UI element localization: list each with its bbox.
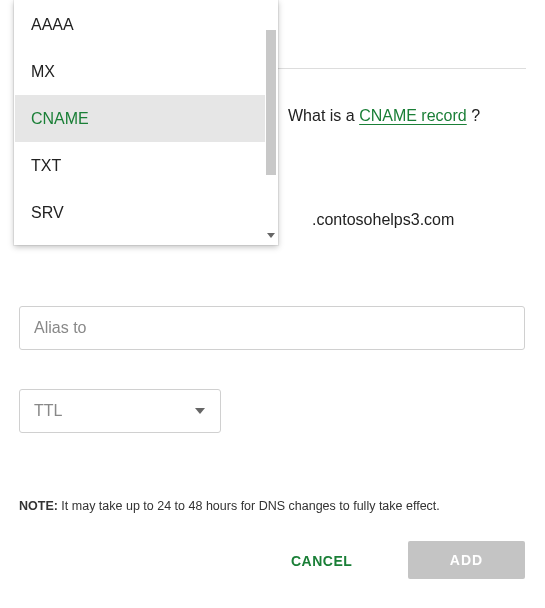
ttl-select[interactable]: TTL	[19, 389, 221, 433]
cancel-button[interactable]: CANCEL	[291, 553, 352, 569]
help-prefix: What is a	[288, 107, 359, 124]
help-text: What is a CNAME record ?	[288, 107, 480, 125]
domain-suffix: .contosohelps3.com	[312, 211, 454, 229]
scrollbar-down-arrow-icon[interactable]	[265, 230, 276, 241]
record-type-option-aaaa[interactable]: AAAA	[15, 1, 265, 48]
add-button[interactable]: ADD	[408, 541, 525, 579]
ttl-placeholder: TTL	[34, 402, 62, 420]
note-text: NOTE: It may take up to 24 to 48 hours f…	[19, 499, 440, 513]
scrollbar-thumb[interactable]	[266, 30, 276, 175]
record-type-list: AAAA MX CNAME TXT SRV	[15, 1, 265, 244]
record-type-option-cname[interactable]: CNAME	[15, 95, 265, 142]
chevron-down-icon	[195, 408, 205, 414]
record-type-option-label: AAAA	[31, 16, 74, 34]
note-label: NOTE:	[19, 499, 58, 513]
record-type-option-txt[interactable]: TXT	[15, 142, 265, 189]
record-type-option-label: MX	[31, 63, 55, 81]
note-body: It may take up to 24 to 48 hours for DNS…	[58, 499, 440, 513]
cname-record-help-link[interactable]: CNAME record	[359, 107, 467, 124]
dropdown-scrollbar[interactable]	[265, 1, 276, 244]
help-suffix: ?	[467, 107, 480, 124]
record-type-option-label: SRV	[31, 204, 64, 222]
alias-to-input[interactable]	[19, 306, 525, 350]
record-type-option-srv[interactable]: SRV	[15, 189, 265, 236]
record-type-dropdown[interactable]: AAAA MX CNAME TXT SRV	[14, 0, 278, 245]
record-type-option-mx[interactable]: MX	[15, 48, 265, 95]
record-type-option-label: CNAME	[31, 110, 89, 128]
record-type-option-label: TXT	[31, 157, 61, 175]
